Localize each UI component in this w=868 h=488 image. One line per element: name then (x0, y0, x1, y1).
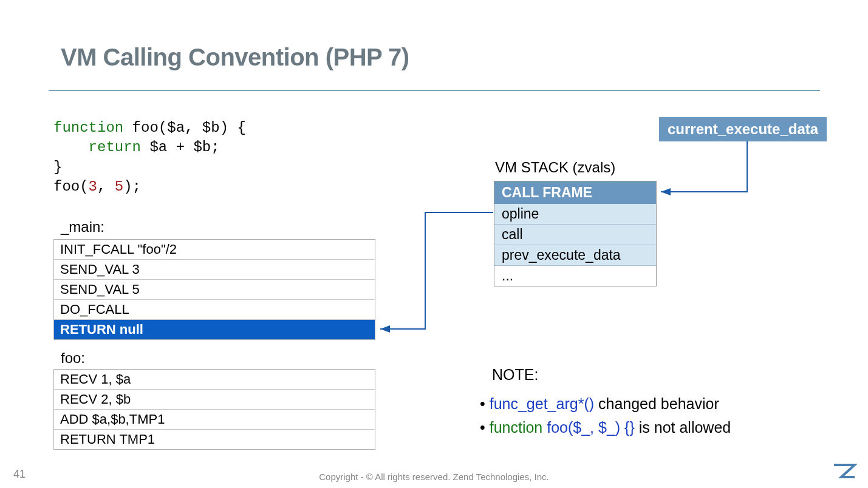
num: 3 (89, 178, 97, 195)
note-list: func_get_arg*() changed behavior functio… (480, 392, 731, 439)
call-frame-table: CALL FRAME opline call prev_execute_data… (494, 181, 657, 286)
table-row: opline (494, 204, 656, 225)
note-text: ) {} (615, 419, 639, 436)
table-row: INIT_FCALL "foo"/2 (54, 240, 375, 260)
code-text: foo( (53, 178, 89, 195)
main-table: INIT_FCALL "foo"/2 SEND_VAL 3 SEND_VAL 5… (53, 239, 375, 340)
note-text: foo( (542, 419, 573, 436)
table-row: RETURN TMP1 (54, 430, 375, 449)
call-frame-header: CALL FRAME (494, 181, 656, 204)
code-text: $a + $b; (141, 139, 220, 155)
copyright: Copyright - © All rights reserved. Zend … (0, 472, 868, 482)
table-row: prev_execute_data (494, 245, 656, 266)
slide: VM Calling Convention (PHP 7) function f… (0, 0, 868, 488)
foo-label: foo: (61, 350, 85, 367)
list-item: func_get_arg*() changed behavior (480, 392, 731, 416)
code-text: foo($a, $b) { (123, 120, 246, 136)
table-row: SEND_VAL 5 (54, 280, 375, 300)
kw-return: return (53, 139, 141, 155)
zend-logo-icon (832, 463, 857, 480)
num: 5 (115, 178, 123, 195)
table-row: RECV 2, $b (54, 390, 375, 410)
list-item: function foo($_, $_) {} is not allowed (480, 416, 731, 439)
kw-function: function (53, 120, 123, 136)
note-text: changed behavior (594, 395, 719, 412)
note-text: function (490, 419, 543, 436)
foo-table: RECV 1, $a RECV 2, $b ADD $a,$b,TMP1 RET… (53, 369, 375, 450)
note-title: NOTE: (492, 366, 538, 384)
code-block: function foo($a, $b) { return $a + $b; }… (53, 118, 246, 197)
table-row: ADD $a,$b,TMP1 (54, 410, 375, 430)
note-text: $_, $_ (573, 419, 615, 436)
table-row: call (494, 225, 656, 245)
main-label: _main: (61, 219, 104, 236)
table-row-highlight: RETURN null (54, 320, 375, 339)
table-row: SEND_VAL 3 (54, 260, 375, 280)
divider (49, 90, 820, 91)
vm-stack-label: VM STACK (zvals) (495, 159, 615, 176)
slide-title: VM Calling Convention (PHP 7) (61, 44, 409, 71)
table-row: RECV 1, $a (54, 370, 375, 390)
code-text: ); (123, 178, 141, 195)
note-text: func_get_arg*() (490, 395, 594, 412)
code-text: , (97, 178, 115, 195)
table-row: DO_FCALL (54, 300, 375, 320)
current-execute-data-box: current_execute_data (659, 117, 827, 141)
note-text: is not allowed (639, 419, 731, 436)
code-text: } (53, 159, 62, 175)
table-row: ... (494, 266, 656, 286)
